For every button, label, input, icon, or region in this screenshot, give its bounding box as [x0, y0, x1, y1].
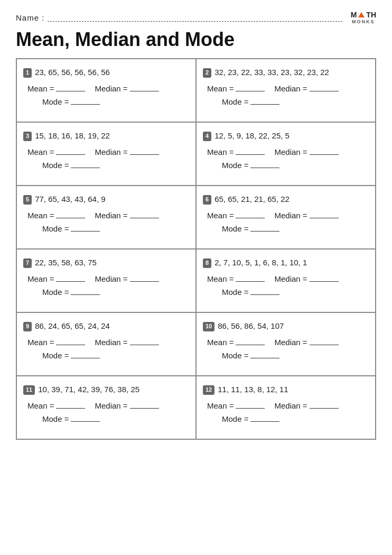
- problem-9-mode-line: [71, 350, 100, 358]
- problem-7-mean-label: Mean =: [27, 274, 54, 283]
- problem-10-median-line: [310, 337, 339, 345]
- problem-6-mean-line: [236, 210, 265, 218]
- problem-5-mean-label: Mean =: [27, 211, 54, 220]
- problem-5-mean-line: [56, 210, 85, 218]
- logo: M TH MONKS: [351, 11, 376, 24]
- problem-4-number: 4: [203, 132, 211, 141]
- problem-4-mode-line: [250, 160, 279, 168]
- name-label: Name :: [16, 13, 44, 22]
- problem-12-dataset: 1211, 11, 13, 8, 12, 11: [203, 384, 367, 395]
- problem-cell-1: 123, 65, 56, 56, 56, 56 Mean = Median = …: [16, 59, 196, 122]
- problem-3-mode-label: Mode =: [42, 161, 69, 170]
- problem-12-mean-line: [236, 400, 265, 409]
- problem-7-number: 7: [23, 258, 32, 267]
- problem-3-dataset: 315, 18, 16, 18, 19, 22: [23, 130, 187, 141]
- problem-4-mode-label: Mode =: [222, 161, 248, 170]
- problem-11-median-line: [130, 400, 159, 409]
- problem-cell-9: 986, 24, 65, 65, 24, 24 Mean = Median = …: [16, 312, 196, 376]
- problem-5-dataset: 577, 65, 43, 43, 64, 9: [23, 193, 187, 205]
- problem-4-mode-row: Mode =: [222, 160, 367, 170]
- problem-10-number: 10: [203, 322, 214, 331]
- problem-2-mean-group: Mean =: [207, 83, 265, 93]
- problem-9-dataset: 986, 24, 65, 65, 24, 24: [23, 320, 187, 331]
- problem-6-median-group: Median =: [274, 210, 338, 220]
- problem-1-number: 1: [23, 68, 32, 77]
- problem-1-median-label: Median =: [95, 84, 127, 93]
- problem-12-median-label: Median =: [274, 401, 307, 410]
- problem-5-fields-row: Mean = Median =: [27, 210, 187, 220]
- problem-cell-8: 82, 7, 10, 5, 1, 6, 8, 1, 10, 1 Mean = M…: [196, 249, 376, 312]
- problem-cell-5: 577, 65, 43, 43, 64, 9 Mean = Median = M…: [16, 186, 196, 249]
- name-line: [48, 13, 342, 22]
- problem-8-mean-label: Mean =: [207, 274, 234, 283]
- problem-6-number: 6: [203, 195, 211, 204]
- problem-7-mean-line: [56, 273, 85, 282]
- problem-4-median-label: Median =: [274, 147, 307, 156]
- problem-8-mode-label: Mode =: [222, 288, 248, 297]
- problem-7-dataset: 722, 35, 58, 63, 75: [23, 257, 187, 268]
- problem-11-mean-line: [56, 400, 85, 409]
- problem-10-mean-line: [236, 337, 265, 345]
- problem-10-mode-line: [250, 350, 279, 358]
- problem-4-median-line: [310, 146, 339, 155]
- problem-5-median-label: Median =: [95, 211, 127, 220]
- problem-7-fields-row: Mean = Median =: [27, 273, 187, 283]
- problem-10-mean-group: Mean =: [207, 337, 265, 347]
- problem-11-mode-label: Mode =: [42, 414, 69, 423]
- problem-8-median-group: Median =: [274, 273, 338, 283]
- problem-1-dataset: 123, 65, 56, 56, 56, 56: [23, 67, 187, 78]
- problem-10-dataset: 1086, 56, 86, 54, 107: [203, 320, 367, 331]
- problem-1-mode-line: [71, 96, 100, 105]
- problem-11-mode-line: [71, 413, 100, 422]
- problem-10-median-group: Median =: [274, 337, 338, 347]
- problem-12-median-group: Median =: [274, 400, 338, 410]
- problem-1-mean-label: Mean =: [27, 84, 54, 93]
- problem-3-mode-line: [71, 160, 100, 168]
- problem-4-median-group: Median =: [274, 146, 338, 156]
- problem-8-fields-row: Mean = Median =: [207, 273, 367, 283]
- problems-grid: 123, 65, 56, 56, 56, 56 Mean = Median = …: [16, 58, 376, 440]
- problem-8-median-label: Median =: [274, 274, 307, 283]
- problem-8-mean-line: [236, 273, 265, 282]
- problem-4-mean-group: Mean =: [207, 146, 265, 156]
- problem-cell-4: 412, 5, 9, 18, 22, 25, 5 Mean = Median =…: [196, 122, 376, 186]
- problem-3-mean-label: Mean =: [27, 147, 54, 156]
- problem-11-median-label: Median =: [95, 401, 127, 410]
- problem-2-mean-label: Mean =: [207, 84, 234, 93]
- name-row: Name : M TH MONKS: [16, 11, 376, 24]
- problem-12-mode-label: Mode =: [222, 414, 248, 423]
- problem-5-median-group: Median =: [95, 210, 158, 220]
- page-title: Mean, Median and Mode: [16, 29, 376, 51]
- logo-th: TH: [366, 11, 376, 19]
- problem-11-mean-group: Mean =: [27, 400, 85, 410]
- problem-4-mean-label: Mean =: [207, 147, 234, 156]
- problem-cell-12: 1211, 11, 13, 8, 12, 11 Mean = Median = …: [196, 376, 376, 439]
- problem-2-mode-label: Mode =: [222, 97, 248, 106]
- logo-triangle-icon: [358, 12, 365, 17]
- problem-cell-3: 315, 18, 16, 18, 19, 22 Mean = Median = …: [16, 122, 196, 186]
- problem-7-median-label: Median =: [95, 274, 127, 283]
- problem-8-dataset: 82, 7, 10, 5, 1, 6, 8, 1, 10, 1: [203, 257, 367, 268]
- problem-7-mean-group: Mean =: [27, 273, 85, 283]
- logo-sub: MONKS: [352, 19, 375, 24]
- problem-5-median-line: [130, 210, 159, 218]
- problem-1-median-group: Median =: [95, 83, 158, 93]
- problem-10-mean-label: Mean =: [207, 338, 234, 347]
- problem-10-fields-row: Mean = Median =: [207, 337, 367, 347]
- problem-1-mean-group: Mean =: [27, 83, 85, 93]
- problem-cell-7: 722, 35, 58, 63, 75 Mean = Median = Mode…: [16, 249, 196, 312]
- problem-11-median-group: Median =: [95, 400, 158, 410]
- problem-1-mean-line: [56, 83, 85, 91]
- problem-7-median-group: Median =: [95, 273, 158, 283]
- problem-9-fields-row: Mean = Median =: [27, 337, 187, 347]
- logo-m: M: [351, 11, 357, 19]
- problem-4-dataset: 412, 5, 9, 18, 22, 25, 5: [203, 130, 367, 141]
- problem-cell-10: 1086, 56, 86, 54, 107 Mean = Median = Mo…: [196, 312, 376, 376]
- problem-2-mode-line: [250, 96, 279, 105]
- problem-2-median-label: Median =: [274, 84, 307, 93]
- problem-4-fields-row: Mean = Median =: [207, 146, 367, 156]
- problem-3-median-line: [130, 146, 159, 155]
- problem-6-fields-row: Mean = Median =: [207, 210, 367, 220]
- problem-9-mean-line: [56, 337, 85, 345]
- problem-8-number: 8: [203, 258, 211, 267]
